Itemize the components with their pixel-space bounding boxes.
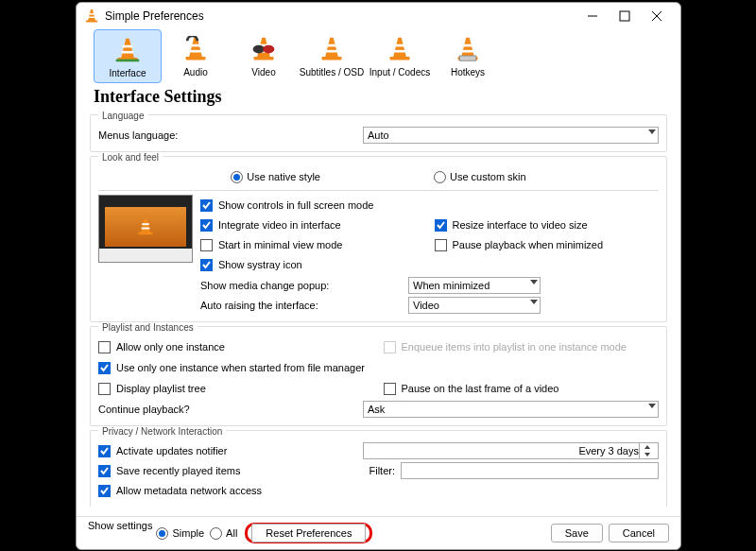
close-button[interactable] <box>641 5 673 27</box>
spinner-up-icon[interactable] <box>640 443 654 451</box>
group-playlist: Playlist and Instances Allow only one in… <box>90 326 667 426</box>
window-title: Simple Preferences <box>105 9 576 23</box>
tab-subtitles[interactable]: Subtitles / OSD <box>298 29 366 83</box>
updates-notifier-checkbox[interactable]: Activate updates notifier <box>98 445 363 457</box>
chevron-down-icon <box>530 280 538 284</box>
svg-rect-7 <box>116 60 140 62</box>
filter-label: Filter: <box>363 465 401 476</box>
native-style-radio[interactable]: Use native style <box>231 171 320 183</box>
svg-point-9 <box>263 45 274 54</box>
show-all-radio[interactable]: All <box>210 527 237 540</box>
chevron-down-icon <box>648 129 656 134</box>
continue-playback-select[interactable]: Ask <box>363 401 659 418</box>
custom-skin-radio[interactable]: Use custom skin <box>434 171 526 183</box>
media-change-label: Show media change popup: <box>200 280 408 291</box>
pause-last-frame-checkbox[interactable]: Pause on the last frame of a video <box>384 383 559 395</box>
svg-point-8 <box>253 45 265 54</box>
bottom-bar: Show settings Simple All Reset Preferenc… <box>77 516 680 549</box>
show-settings-label: Show settings <box>88 520 152 531</box>
continue-playback-label: Continue playback? <box>98 404 363 415</box>
minimal-view-checkbox[interactable]: Start in minimal view mode <box>200 239 342 251</box>
chevron-down-icon <box>648 404 656 408</box>
auto-raise-select[interactable]: Video <box>408 297 541 314</box>
display-tree-checkbox[interactable]: Display playlist tree <box>98 383 206 395</box>
show-simple-radio[interactable]: Simple <box>156 527 204 540</box>
systray-checkbox[interactable]: Show systray icon <box>200 259 302 271</box>
tab-interface[interactable]: Interface <box>94 29 162 83</box>
media-change-select[interactable]: When minimized <box>408 277 541 294</box>
metadata-access-checkbox[interactable]: Allow metadata network access <box>98 485 262 497</box>
vlc-icon <box>136 217 155 236</box>
save-recent-checkbox[interactable]: Save recently played items <box>98 465 363 477</box>
menus-language-label: Menus language: <box>98 129 363 141</box>
category-tabs: Interface Audio Video Subtitles / OSD In… <box>77 29 680 83</box>
tab-hotkeys[interactable]: Hotkeys <box>434 29 502 83</box>
reset-preferences-button[interactable]: Reset Preferences <box>251 524 366 542</box>
titlebar: Simple Preferences <box>77 3 680 29</box>
resize-interface-checkbox[interactable]: Resize interface to video size <box>435 219 588 232</box>
auto-raise-label: Auto raising the interface: <box>200 300 408 311</box>
one-instance-checkbox[interactable]: Allow only one instance <box>98 341 225 353</box>
reset-highlight: Reset Preferences <box>245 523 372 543</box>
settings-content: Language Menus language: Auto Look and f… <box>77 111 680 516</box>
one-instance-file-checkbox[interactable]: Use only one instance when started from … <box>98 362 365 374</box>
fullscreen-controls-checkbox[interactable]: Show controls in full screen mode <box>200 199 373 212</box>
updates-interval-spinner[interactable]: Every 3 days <box>363 442 659 459</box>
enqueue-checkbox: Enqueue items into playlist in one insta… <box>384 341 627 353</box>
svg-rect-10 <box>459 56 476 60</box>
filter-input[interactable] <box>401 462 659 479</box>
page-heading: Interface Settings <box>77 83 680 111</box>
preferences-window: Simple Preferences Interface Audio Video… <box>76 2 681 550</box>
maximize-button[interactable] <box>609 5 641 27</box>
spinner-down-icon[interactable] <box>640 451 654 458</box>
pause-minimized-checkbox[interactable]: Pause playback when minimized <box>435 239 604 251</box>
integrate-video-checkbox[interactable]: Integrate video in interface <box>200 219 341 232</box>
group-look-and-feel: Look and feel Use native style Use custo… <box>90 156 667 322</box>
svg-rect-4 <box>620 11 629 21</box>
spinner-buttons[interactable] <box>639 443 654 458</box>
save-button[interactable]: Save <box>551 524 603 542</box>
cancel-button[interactable]: Cancel <box>609 524 669 542</box>
tab-audio[interactable]: Audio <box>162 29 230 83</box>
tab-video[interactable]: Video <box>230 29 298 83</box>
group-privacy: Privacy / Network Interaction Activate u… <box>90 430 667 507</box>
menus-language-select[interactable]: Auto <box>363 127 659 144</box>
vlc-icon <box>84 9 99 24</box>
tab-input-codecs[interactable]: Input / Codecs <box>366 29 434 83</box>
preview-thumbnail <box>98 195 193 263</box>
group-language: Language Menus language: Auto <box>90 114 667 152</box>
chevron-down-icon <box>530 300 538 304</box>
minimize-button[interactable] <box>576 5 609 27</box>
